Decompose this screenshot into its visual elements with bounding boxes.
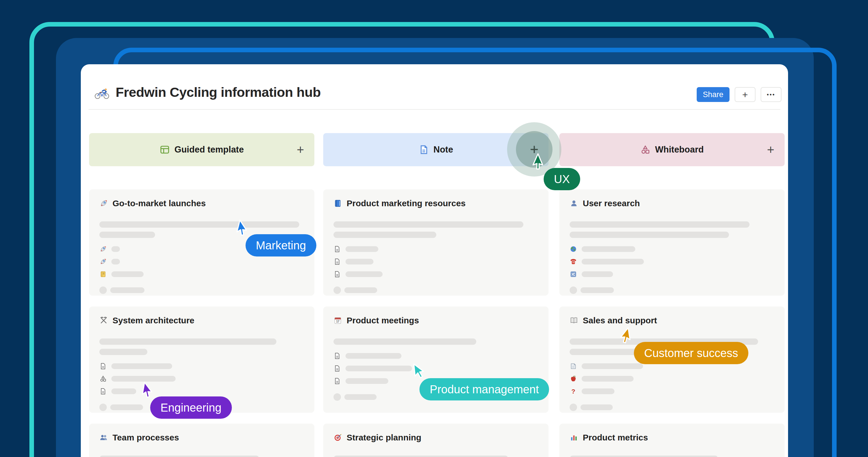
list-item[interactable] (569, 362, 774, 370)
card-title: Go-to-market launches (113, 199, 206, 208)
list-item[interactable]: ? (569, 388, 774, 395)
question-mark-icon: ? (569, 388, 577, 395)
share-button[interactable]: Share (697, 87, 730, 102)
add-button-halo-inner: + (516, 131, 553, 167)
card-title: Sales and support (583, 315, 657, 325)
placeholder-text-bar (334, 232, 436, 238)
card-title: Product meetings (347, 315, 419, 325)
card-title-row: System architecture (99, 315, 304, 326)
list-item[interactable] (334, 271, 538, 278)
list-item[interactable] (99, 388, 304, 395)
placeholder-text-bar (110, 404, 143, 410)
placeholder-text-bar (111, 389, 136, 394)
card-go-to-market-launches[interactable]: Go-to-market launches (89, 189, 314, 296)
column-header-guided-template[interactable]: Guided template+ (89, 133, 314, 166)
template-icon (160, 145, 170, 155)
list-item[interactable] (99, 271, 304, 278)
card-product-metrics[interactable]: Product metrics (559, 424, 785, 457)
card-title: Team processes (113, 433, 179, 443)
bookmark-tabs-icon (569, 362, 577, 370)
card-link-list: ? (569, 362, 774, 395)
card-title: Product marketing resources (347, 199, 466, 208)
placeholder-text-bar (569, 221, 749, 227)
placeholder-text-bar (111, 246, 120, 252)
placeholder-text-bar (582, 271, 613, 277)
notion-page: Fredwin Cycling information hub Share + … (81, 64, 788, 457)
placeholder-text-bar (99, 221, 299, 227)
page-toolbar: Share + ••• (697, 87, 781, 102)
column-header-label: Guided template (175, 145, 244, 155)
placeholder-text-bar (569, 456, 718, 457)
placeholder-text-bar (99, 232, 155, 238)
list-item[interactable] (99, 375, 304, 383)
svg-text:17: 17 (336, 320, 340, 323)
placeholder-text-bar (111, 363, 172, 369)
placeholder-text-bar (345, 246, 378, 252)
column-header-whiteboard[interactable]: Whiteboard+ (559, 133, 785, 166)
placeholder-text-bar (334, 456, 508, 457)
page-title[interactable]: Fredwin Cycling information hub (116, 84, 321, 100)
card-footer-row (569, 404, 774, 411)
placeholder-text-bar (569, 338, 758, 345)
more-options-button[interactable]: ••• (761, 87, 781, 102)
list-item[interactable] (334, 352, 538, 360)
placeholder-text-bar (345, 378, 388, 384)
placeholder-text-bar (582, 246, 635, 252)
card-product-marketing-resources[interactable]: Product marketing resources (323, 189, 549, 296)
document-icon (334, 245, 341, 253)
list-item[interactable] (99, 258, 304, 265)
bar-chart-icon (569, 433, 578, 442)
card-link-list (569, 245, 774, 278)
card-title-row: Strategic planning (334, 432, 538, 443)
list-item[interactable] (99, 362, 304, 370)
new-page-button[interactable]: + (735, 87, 755, 102)
card-link-list (334, 245, 538, 278)
placeholder-text-bar (345, 366, 412, 371)
card-title: System architecture (113, 315, 194, 325)
list-item[interactable] (569, 245, 774, 253)
card-user-research[interactable]: User research (559, 189, 785, 296)
card-link-list (99, 362, 304, 395)
list-item[interactable] (334, 258, 538, 265)
card-system-architecture[interactable]: System architecture (89, 306, 314, 413)
add-note-plus-icon[interactable]: + (530, 141, 538, 158)
open-book-icon (569, 316, 578, 325)
card-sales-and-support[interactable]: Sales and support? (559, 306, 785, 413)
placeholder-dot (334, 393, 341, 401)
placeholder-text-bar (334, 338, 476, 345)
title-divider (89, 109, 780, 110)
list-item[interactable] (569, 271, 774, 278)
card-product-meetings[interactable]: 17Product meetings (323, 306, 549, 413)
add-guided-template-button[interactable]: + (297, 143, 304, 156)
list-item[interactable] (99, 245, 304, 253)
placeholder-text-bar (99, 349, 147, 355)
placeholder-text-bar (344, 394, 377, 400)
column-header-label: Whiteboard (655, 145, 704, 155)
placeholder-dot (99, 286, 107, 294)
add-button-halo-outer: + (507, 122, 561, 177)
bicyclist-icon (94, 88, 110, 100)
placeholder-text-bar (111, 259, 120, 265)
placeholder-text-bar (582, 376, 633, 382)
document-icon (334, 258, 341, 265)
card-strategic-planning[interactable]: Strategic planning (323, 424, 549, 457)
placeholder-text-bar (581, 404, 613, 410)
document-icon (334, 365, 341, 372)
placeholder-text-bar (110, 287, 145, 293)
shapes-icon (99, 375, 107, 383)
card-team-processes[interactable]: Team processes (89, 424, 314, 457)
card-title-row: Team processes (99, 432, 304, 443)
list-item[interactable] (334, 245, 538, 253)
add-whiteboard-button[interactable]: + (767, 143, 774, 156)
card-footer-row (99, 286, 304, 294)
list-item[interactable] (334, 377, 538, 385)
placeholder-text-bar (334, 221, 523, 227)
list-item[interactable] (569, 258, 774, 265)
list-item[interactable] (334, 365, 538, 372)
list-item[interactable] (569, 375, 774, 383)
card-title: Strategic planning (347, 433, 422, 443)
placeholder-dot (99, 404, 107, 411)
card-link-list (334, 352, 538, 385)
card-title-row: Go-to-market launches (99, 198, 304, 209)
placeholder-text-bar (582, 259, 644, 265)
